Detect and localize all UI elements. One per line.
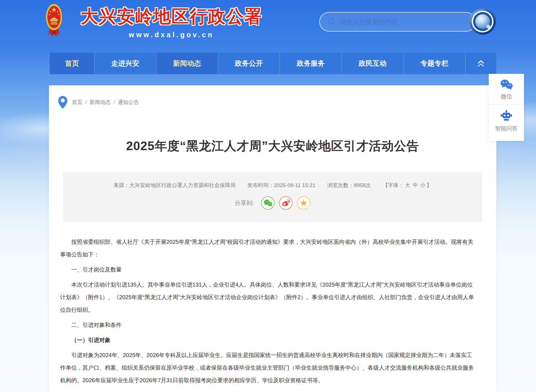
nav-collapse-button[interactable] bbox=[465, 53, 496, 74]
search-box[interactable] bbox=[319, 12, 476, 32]
search-icon bbox=[328, 18, 336, 26]
content-card: 首页 / 新闻动态 / 通知公告 2025年度“黑龙江人才周”大兴安岭地区引才活… bbox=[49, 85, 496, 392]
main-nav: 首页 走进兴安 新闻动态 政务公开 政务服务 政民互动 专题专栏 bbox=[50, 53, 496, 74]
smart-qa-tool-button[interactable]: 智能问答 bbox=[489, 104, 524, 136]
qzone-icon bbox=[299, 199, 308, 207]
nav-item-gov-info[interactable]: 政务公开 bbox=[218, 53, 280, 74]
breadcrumb-notices[interactable]: 通知公告 bbox=[118, 99, 139, 106]
breadcrumb: 首页 / 新闻动态 / 通知公告 bbox=[58, 96, 139, 109]
location-pin-icon bbox=[58, 96, 67, 109]
font-size-large-button[interactable]: 大 bbox=[405, 182, 410, 188]
search-sphere-icon bbox=[472, 11, 494, 32]
robot-icon bbox=[500, 110, 513, 122]
font-size-prefix: 【字体： bbox=[382, 182, 404, 188]
font-size-suffix: 】 bbox=[426, 182, 432, 188]
article-body: 按照省委组织部、省人社厅《关于开展2025年度“黑龙江人才周”校园引才活动的通知… bbox=[60, 236, 477, 389]
qzone-share-button[interactable] bbox=[297, 196, 310, 210]
article-meta-box: 来源：大兴安岭地区行政公署人力资源和社会保障局 发布时间：2025-09-11 … bbox=[63, 173, 482, 222]
breadcrumb-home[interactable]: 首页 bbox=[72, 99, 82, 106]
share-label: 分享到: bbox=[235, 199, 254, 207]
search-input[interactable] bbox=[340, 18, 459, 26]
tool-label: 智能问答 bbox=[495, 125, 518, 132]
tool-label: 微信 bbox=[501, 93, 512, 100]
nav-item-gov-services[interactable]: 政务服务 bbox=[280, 53, 341, 74]
floating-tools-panel: 微信 智能问答 bbox=[489, 74, 524, 141]
nav-item-home[interactable]: 首页 bbox=[50, 53, 94, 74]
breadcrumb-separator: / bbox=[114, 99, 115, 105]
national-emblem-icon bbox=[45, 3, 63, 37]
breadcrumb-separator: / bbox=[85, 99, 87, 105]
page-title: 2025年度“黑龙江人才周”大兴安岭地区引才活动公告 bbox=[49, 138, 496, 154]
wechat-share-button[interactable] bbox=[261, 196, 275, 210]
nav-item-interaction[interactable]: 政民互动 bbox=[341, 53, 403, 74]
font-size-small-button[interactable]: 小 bbox=[420, 182, 425, 188]
article-section-heading: 一、引才岗位及数量 bbox=[60, 263, 477, 276]
font-size-controls: 【字体：大中小】 bbox=[382, 182, 432, 189]
meta-view-count: 浏览次数：8958次 bbox=[327, 182, 371, 189]
search-button[interactable] bbox=[469, 8, 496, 35]
site-title: 大兴安岭地区行政公署 bbox=[69, 4, 273, 29]
wechat-tool-button[interactable]: 微信 bbox=[489, 74, 524, 104]
nav-item-news[interactable]: 新闻动态 bbox=[156, 53, 218, 74]
weibo-share-button[interactable] bbox=[279, 196, 292, 210]
article-paragraph: 本次引才活动计划引进135人。其中事业单位引进131人，企业引进4人。具体岗位、… bbox=[60, 278, 477, 316]
article-section-heading: 二、引进对象和条件 bbox=[60, 319, 477, 331]
site-url: www.dxal.gov.cn bbox=[69, 31, 273, 39]
site-branding: 大兴安岭地区行政公署 www.dxal.gov.cn bbox=[69, 4, 273, 39]
meta-publish-time: 发布时间：2025-09-11 15:21 bbox=[247, 182, 316, 189]
meta-source: 来源：大兴安岭地区行政公署人力资源和社会保障局 bbox=[114, 182, 236, 189]
nav-item-about[interactable]: 走进兴安 bbox=[94, 53, 156, 74]
article-subsection-heading: （一）引进对象 bbox=[60, 334, 477, 346]
wechat-icon bbox=[500, 79, 513, 90]
wechat-icon bbox=[263, 199, 272, 207]
breadcrumb-news[interactable]: 新闻动态 bbox=[89, 99, 111, 106]
article-paragraph: 引进对象为2024年、2025年、2026年专科及以上应届毕业生。应届生是指国家… bbox=[60, 349, 477, 387]
font-size-medium-button[interactable]: 中 bbox=[412, 182, 418, 188]
nav-item-special-topics[interactable]: 专题专栏 bbox=[403, 53, 465, 74]
article-paragraph: 按照省委组织部、省人社厅《关于开展2025年度“黑龙江人才周”校园引才活动的通知… bbox=[60, 236, 477, 261]
double-chevron-up-icon bbox=[476, 60, 486, 67]
weibo-icon bbox=[281, 199, 290, 207]
